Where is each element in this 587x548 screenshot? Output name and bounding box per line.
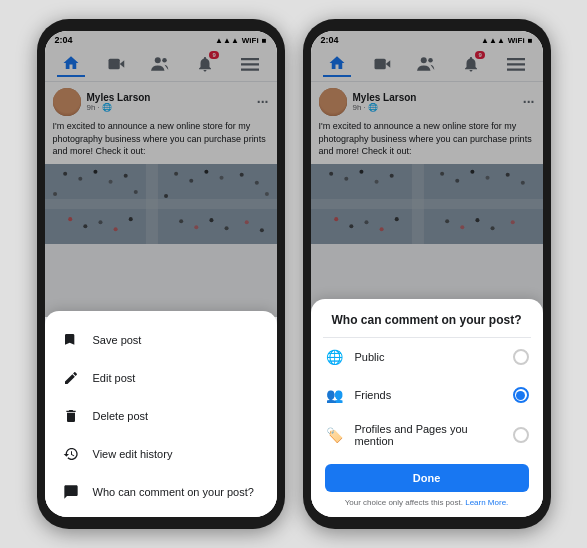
edit-post-label: Edit post	[93, 372, 136, 384]
sheet-edit-post[interactable]: Edit post	[45, 359, 277, 397]
history-icon	[61, 444, 81, 464]
globe-icon: 🌐	[325, 347, 345, 367]
radio-friends[interactable]	[513, 387, 529, 403]
radio-friends-inner	[516, 391, 525, 400]
radio-profiles[interactable]	[513, 427, 529, 443]
edit-icon	[61, 368, 81, 388]
sheet-comment-setting[interactable]: Who can comment on your post?	[45, 473, 277, 511]
screen-left: 2:04 ▲▲▲ WiFi ■ 9	[45, 31, 277, 517]
comment-dialog: Who can comment on your post? 🌐 Public 👥…	[311, 299, 543, 517]
option-public-label: Public	[355, 351, 503, 363]
sheet-view-history[interactable]: View edit history	[45, 435, 277, 473]
dialog-title: Who can comment on your post?	[323, 313, 531, 338]
save-post-label: Save post	[93, 334, 142, 346]
screen-right: 2:04 ▲▲▲ WiFi ■ 9	[311, 31, 543, 517]
dialog-footer: Your choice only affects this post. Lear…	[311, 496, 543, 509]
phone-left: 2:04 ▲▲▲ WiFi ■ 9	[37, 19, 285, 529]
option-friends-label: Friends	[355, 389, 503, 401]
radio-public[interactable]	[513, 349, 529, 365]
learn-more-link[interactable]: Learn More.	[465, 498, 508, 507]
delete-icon	[61, 406, 81, 426]
phone-right: 2:04 ▲▲▲ WiFi ■ 9	[303, 19, 551, 529]
comment-icon	[61, 482, 81, 502]
option-profiles[interactable]: 🏷️ Profiles and Pages you mention	[311, 414, 543, 456]
option-friends[interactable]: 👥 Friends	[311, 376, 543, 414]
done-button[interactable]: Done	[325, 464, 529, 492]
option-public[interactable]: 🌐 Public	[311, 338, 543, 376]
dim-overlay-left	[45, 31, 277, 317]
bottom-sheet: Save post Edit post Delete post View edi…	[45, 311, 277, 517]
comment-label: Who can comment on your post?	[93, 486, 254, 498]
view-history-label: View edit history	[93, 448, 173, 460]
dim-overlay-right	[311, 31, 543, 317]
save-icon	[61, 330, 81, 350]
sheet-save-post[interactable]: Save post	[45, 321, 277, 359]
tag-icon: 🏷️	[325, 425, 345, 445]
option-profiles-label: Profiles and Pages you mention	[355, 423, 503, 447]
friends-icon: 👥	[325, 385, 345, 405]
sheet-delete-post[interactable]: Delete post	[45, 397, 277, 435]
delete-post-label: Delete post	[93, 410, 149, 422]
